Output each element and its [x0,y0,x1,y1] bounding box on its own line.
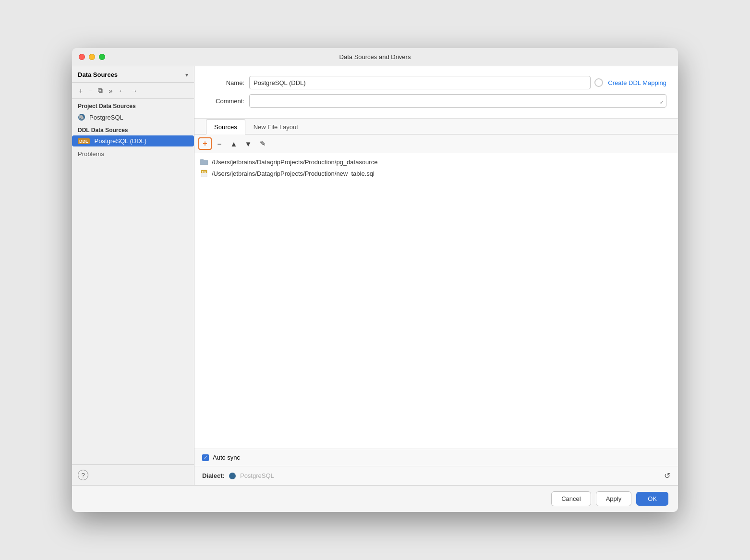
reset-dialect-icon[interactable]: ↺ [664,471,670,480]
tabs-bar: Sources New File Layout [194,119,678,134]
list-item[interactable]: SQL /Users/jetbrains/DatagripProjects/Pr… [194,168,678,179]
sidebar-toolbar: + − ⧉ » ← → [72,83,194,99]
main-window: Data Sources and Drivers Data Sources ▾ … [72,48,678,512]
move-down-button[interactable]: ▼ [242,137,255,150]
name-input[interactable] [249,76,591,89]
comment-wrapper: ⤢ [249,94,666,108]
bottom-panel: Auto sync Dialect: PostgreSQL ↺ [194,449,678,485]
auto-sync-label: Auto sync [213,454,240,461]
svg-text:SQL: SQL [202,171,206,173]
help-button[interactable]: ? [78,470,88,480]
close-button[interactable] [79,54,85,60]
sidebar-item-postgresql[interactable]: 🐘 PostgreSQL [72,111,194,123]
problems-label: Problems [78,150,104,158]
add-source-button[interactable]: + [198,137,212,150]
maximize-button[interactable] [99,54,105,60]
traffic-lights [79,54,105,60]
comment-label: Comment: [206,97,244,105]
right-panel: Name: Create DDL Mapping Comment: ⤢ [194,66,678,485]
ddl-badge: DDL [78,138,90,144]
name-field-container [249,76,603,89]
svg-text:🐘: 🐘 [79,114,85,121]
cancel-button[interactable]: Cancel [551,491,591,506]
file-list: /Users/jetbrains/DatagripProjects/Produc… [194,153,678,449]
main-content: Data Sources ▾ + − ⧉ » ← → Project Data … [72,66,678,485]
remove-datasource-button[interactable]: − [86,86,94,96]
name-row: Name: Create DDL Mapping [206,76,666,89]
title-bar: Data Sources and Drivers [72,48,678,66]
tab-sources[interactable]: Sources [206,119,245,134]
loading-spinner [594,78,603,87]
auto-sync-checkbox[interactable] [202,454,209,461]
file-path-2: /Users/jetbrains/DatagripProjects/Produc… [212,170,375,177]
postgresql-ddl-label: PostgreSQL (DDL) [95,137,147,145]
svg-point-5 [229,473,236,479]
copy-datasource-button[interactable]: ⧉ [96,85,105,96]
postgresql-icon: 🐘 [78,113,85,121]
remove-source-button[interactable]: − [213,137,226,150]
back-button[interactable]: ← [116,86,127,96]
dialect-value: PostgreSQL [240,472,274,479]
more-actions-button[interactable]: » [107,86,114,96]
list-item[interactable]: /Users/jetbrains/DatagripProjects/Produc… [194,156,678,168]
dialect-label: Dialect: [202,472,225,479]
add-datasource-button[interactable]: + [77,86,85,96]
sidebar-item-postgresql-ddl[interactable]: DDL PostgreSQL (DDL) [72,135,194,146]
comment-row: Comment: ⤢ [206,94,666,108]
folder-icon [200,158,208,166]
ok-button[interactable]: OK [636,492,668,506]
project-data-sources-label: Project Data Sources [72,99,194,111]
file-path-1: /Users/jetbrains/DatagripProjects/Produc… [212,158,377,166]
sidebar-item-problems[interactable]: Problems [72,146,194,161]
forward-button[interactable]: → [129,86,139,96]
comment-input[interactable] [249,94,666,108]
dialect-row: Dialect: PostgreSQL ↺ [194,466,678,485]
sidebar-bottom: ? [72,464,194,485]
sidebar: Data Sources ▾ + − ⧉ » ← → Project Data … [72,66,194,485]
window-title: Data Sources and Drivers [339,53,411,61]
move-up-button[interactable]: ▲ [227,137,241,150]
form-area: Name: Create DDL Mapping Comment: ⤢ [194,66,678,119]
sources-toolbar: + − ▲ ▼ ✎ [194,134,678,153]
minimize-button[interactable] [89,54,95,60]
apply-button[interactable]: Apply [596,491,632,506]
sidebar-title: Data Sources [78,71,118,78]
dialect-postgresql-icon [229,472,236,480]
create-ddl-mapping-link[interactable]: Create DDL Mapping [608,79,666,86]
name-label: Name: [206,79,244,86]
ddl-data-sources-label: DDL Data Sources [72,123,194,135]
footer: Cancel Apply OK [72,485,678,512]
postgresql-label: PostgreSQL [89,114,123,121]
sql-file-icon: SQL [200,170,208,177]
tab-new-file-layout[interactable]: New File Layout [245,119,306,134]
auto-sync-row: Auto sync [194,449,678,466]
sidebar-dropdown-icon[interactable]: ▾ [185,72,188,78]
edit-source-button[interactable]: ✎ [256,137,269,150]
sidebar-header: Data Sources ▾ [72,66,194,83]
